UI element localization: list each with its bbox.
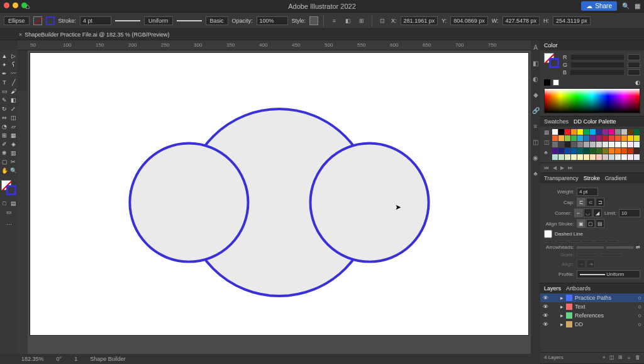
swatch-cell[interactable] — [634, 154, 640, 160]
target-icon[interactable]: ○ — [638, 312, 641, 319]
color-mode[interactable]: □ — [0, 199, 9, 208]
swatches-tab[interactable]: Swatches — [544, 118, 569, 125]
gradient-tab[interactable]: Gradient — [605, 175, 627, 181]
layers-tab[interactable]: Layers — [544, 285, 561, 292]
graph-tool[interactable]: ▥ — [9, 149, 18, 157]
swatch-nav-prev[interactable]: ◀ — [553, 165, 557, 171]
screen-mode[interactable]: ▭ — [4, 208, 13, 217]
ellipse-right[interactable] — [310, 144, 428, 262]
artboard[interactable]: ➤ — [30, 53, 528, 335]
curvature-tool[interactable]: 〰 — [9, 69, 18, 78]
swatch-cell[interactable] — [584, 142, 589, 147]
make-clip-icon[interactable]: ◫ — [609, 355, 614, 361]
swatch-cell[interactable] — [577, 142, 583, 147]
close-tab-icon[interactable]: × — [19, 31, 22, 38]
close-window[interactable] — [4, 3, 9, 8]
visibility-icon[interactable]: 👁 — [543, 321, 549, 327]
swatch-cell[interactable] — [558, 142, 564, 147]
stroke-tab[interactable]: Stroke — [584, 175, 600, 181]
expand-icon[interactable]: ▸ — [560, 321, 564, 327]
magic-wand-tool[interactable]: ✦ — [0, 60, 9, 69]
swatch-cell[interactable] — [590, 142, 596, 147]
color-slider[interactable] — [570, 70, 624, 75]
dash-2[interactable] — [569, 240, 580, 242]
layer-name[interactable]: Text — [575, 304, 586, 310]
swatch-cell[interactable] — [584, 135, 589, 141]
swatch-cell[interactable] — [596, 142, 602, 147]
dash-3[interactable] — [594, 240, 606, 242]
white-swatch[interactable] — [553, 79, 559, 86]
line-tool[interactable]: ╱ — [9, 78, 18, 87]
swatch-cell[interactable] — [558, 135, 564, 141]
artboard-tool[interactable]: ▢ — [0, 157, 9, 166]
swatch-cell[interactable] — [577, 135, 583, 141]
new-sublayer-icon[interactable]: ⊞ — [618, 355, 623, 361]
brush-preview[interactable] — [177, 20, 202, 21]
dashed-checkbox[interactable] — [544, 230, 552, 238]
stroke-swatch[interactable] — [46, 16, 55, 25]
target-icon[interactable]: ○ — [638, 295, 641, 301]
fill-swatch[interactable] — [33, 16, 42, 25]
lasso-tool[interactable]: ʕ — [9, 60, 18, 69]
search-icon[interactable]: 🔍 — [622, 3, 630, 9]
pathfinder-icon[interactable]: ◫ — [533, 139, 538, 145]
swatch-kind-icon[interactable]: ◫ — [544, 139, 550, 145]
transform-icon[interactable]: ⊞ — [357, 16, 367, 26]
swatch-cell[interactable] — [590, 154, 596, 160]
swatch-cell[interactable] — [634, 135, 640, 141]
swatch-cell[interactable] — [609, 129, 614, 135]
graphic-styles-icon[interactable]: ♣ — [533, 170, 538, 177]
swatch-cell[interactable] — [590, 135, 596, 141]
align-panel-icon[interactable]: ≡ — [534, 123, 538, 130]
swatch-cell[interactable] — [628, 129, 633, 135]
align-outside[interactable]: ▤ — [596, 219, 604, 228]
color-slider[interactable] — [571, 62, 624, 67]
share-button[interactable]: ☁Share — [581, 1, 617, 11]
layer-row[interactable]: 👁▸DD○ — [540, 320, 644, 329]
scale-start[interactable] — [577, 254, 598, 256]
window-controls[interactable] — [4, 3, 27, 8]
swatch-cell[interactable] — [571, 135, 577, 141]
swatch-grid[interactable] — [552, 129, 640, 160]
artwork[interactable] — [30, 53, 528, 352]
swatch-cell[interactable] — [628, 135, 633, 141]
gap-3[interactable] — [607, 240, 618, 242]
arrange-docs-icon[interactable]: ▦ — [635, 3, 640, 9]
swatch-cell[interactable] — [596, 148, 602, 154]
swatch-cell[interactable] — [577, 154, 583, 160]
swatch-cell[interactable] — [558, 129, 564, 135]
eraser-tool[interactable]: ◧ — [9, 96, 18, 105]
hand-tool[interactable]: ✋ — [0, 166, 9, 175]
swatch-cell[interactable] — [634, 148, 640, 154]
color-value[interactable] — [628, 62, 640, 68]
symbols-icon[interactable]: ◆ — [533, 91, 538, 98]
layer-name[interactable]: Practice Paths — [575, 295, 611, 301]
visibility-icon[interactable]: 👁 — [543, 312, 549, 319]
swatch-cell[interactable] — [621, 129, 627, 135]
layer-name[interactable]: DD — [575, 321, 583, 327]
swatch-cell[interactable] — [602, 148, 608, 154]
canvas-area[interactable]: ➤ — [28, 50, 531, 354]
swatch-cell[interactable] — [552, 142, 558, 147]
new-layer-icon[interactable]: ＋ — [626, 355, 631, 361]
target-icon[interactable]: ○ — [638, 304, 641, 310]
cap-round[interactable]: ⊂ — [586, 198, 595, 207]
ruler-vertical[interactable] — [18, 91, 28, 354]
cap-square[interactable]: ⊐ — [596, 198, 604, 207]
ref-point-icon[interactable]: ⊡ — [377, 16, 387, 26]
x-input[interactable]: 281.1961 px — [401, 16, 438, 25]
paintbrush-tool[interactable]: 🖌 — [9, 87, 18, 96]
blend-tool[interactable]: ◈ — [9, 140, 18, 149]
slice-tool[interactable]: ✂ — [9, 157, 18, 166]
gap-2[interactable] — [582, 240, 593, 242]
swatch-cell[interactable] — [571, 148, 577, 154]
swatch-lib-icon[interactable]: ▦ — [544, 129, 550, 135]
color-panel-tab[interactable]: Color — [544, 42, 558, 48]
swatch-cell[interactable] — [621, 154, 627, 160]
swatch-cell[interactable] — [615, 148, 621, 154]
w-input[interactable]: 427.5478 px — [502, 16, 540, 25]
swatch-cell[interactable] — [628, 142, 633, 147]
direct-selection-tool[interactable]: ▷ — [9, 52, 18, 60]
arrow-align-1[interactable]: → — [577, 259, 586, 268]
color-value[interactable] — [628, 54, 640, 60]
